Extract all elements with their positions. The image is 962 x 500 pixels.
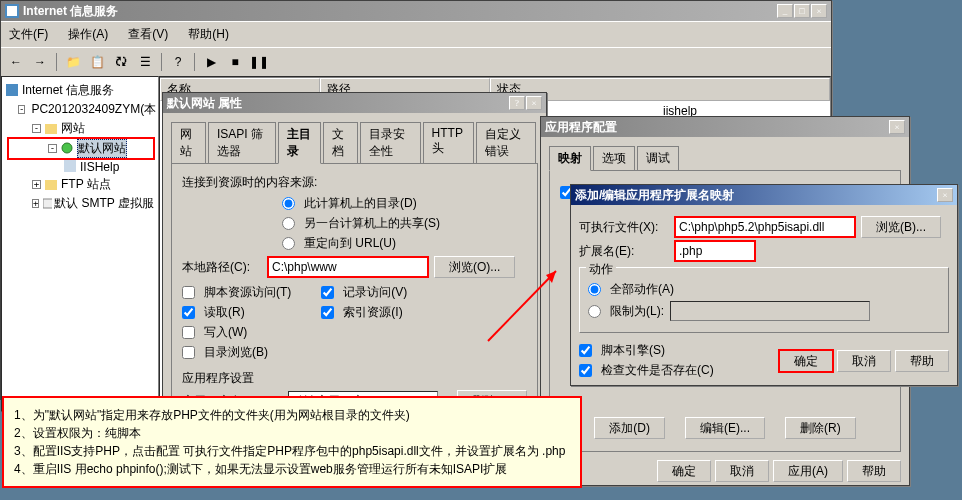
close-button[interactable]: × [889, 120, 905, 134]
vdir-icon [64, 160, 78, 174]
tab-debug[interactable]: 调试 [637, 146, 679, 171]
menu-help[interactable]: 帮助(H) [184, 24, 233, 45]
browse-button[interactable]: 浏览(B)... [861, 216, 941, 238]
minimize-button[interactable]: _ [777, 4, 793, 18]
cb-check-file[interactable] [579, 364, 592, 377]
export-button[interactable]: 📋 [86, 51, 108, 73]
note-line4: 4、重启IIS 用echo phpinfo();测试下，如果无法显示设置web服… [14, 460, 570, 478]
svg-rect-1 [7, 6, 17, 16]
cb-write[interactable] [182, 326, 195, 339]
tab-website[interactable]: 网站 [171, 122, 206, 164]
globe-icon [61, 142, 75, 156]
ext-label: 扩展名(E): [579, 243, 669, 260]
apply-button[interactable]: 应用(A) [773, 460, 843, 482]
pause-button[interactable]: ❚❚ [248, 51, 270, 73]
prop-titlebar: 默认网站 属性 ? × [163, 93, 546, 113]
mapping-titlebar: 添加/编辑应用程序扩展名映射 × [571, 185, 957, 205]
tab-home[interactable]: 主目录 [278, 122, 322, 164]
play-button[interactable]: ▶ [200, 51, 222, 73]
cb-script-engine[interactable] [579, 344, 592, 357]
help-button[interactable]: 帮助 [847, 460, 901, 482]
ok-button[interactable]: 确定 [779, 350, 833, 372]
expander-icon[interactable]: + [32, 199, 39, 208]
exec-file-input[interactable] [675, 217, 855, 237]
tab-http[interactable]: HTTP 头 [423, 122, 474, 164]
main-toolbar: ← → 📁 📋 🗘 ☰ ? ▶ ■ ❚❚ [1, 47, 831, 76]
menu-view[interactable]: 查看(V) [124, 24, 172, 45]
radio-redirect[interactable] [282, 237, 295, 250]
app-settings-label: 应用程序设置 [182, 370, 527, 387]
cb-index[interactable] [321, 306, 334, 319]
radio-this-computer[interactable] [282, 197, 295, 210]
tree-panel: Internet 信息服务 -PC2012032409ZYM(本 -网站 -默认… [1, 76, 159, 412]
tab-security[interactable]: 目录安全性 [360, 122, 421, 164]
ok-button[interactable]: 确定 [657, 460, 711, 482]
cb-script-access[interactable] [182, 286, 195, 299]
action-groupbox: 全部动作(A) 限制为(L): [579, 267, 949, 333]
svg-line-10 [488, 271, 556, 341]
tree-default-site[interactable]: -默认网站 [8, 138, 154, 159]
main-titlebar: Internet 信息服务 _ □ × [1, 1, 831, 21]
svg-rect-9 [43, 199, 52, 208]
tab-options[interactable]: 选项 [593, 146, 635, 171]
local-path-input[interactable] [268, 257, 428, 277]
add-button[interactable]: 添加(D) [594, 417, 665, 439]
note-line1: 1、为"默认网站"指定用来存放PHP文件的文件夹(用为网站根目录的文件夹) [14, 406, 570, 424]
menu-file[interactable]: 文件(F) [5, 24, 52, 45]
expander-icon[interactable]: - [32, 124, 41, 133]
tree-computer[interactable]: -PC2012032409ZYM(本 [6, 100, 154, 119]
radio-another-computer[interactable] [282, 217, 295, 230]
stop-button[interactable]: ■ [224, 51, 246, 73]
tab-docs[interactable]: 文档 [323, 122, 358, 164]
expander-icon[interactable]: + [32, 180, 41, 189]
note-line2: 2、设置权限为：纯脚本 [14, 424, 570, 442]
mapping-title: 添加/编辑应用程序扩展名映射 [575, 187, 937, 204]
cancel-button[interactable]: 取消 [837, 350, 891, 372]
help-button[interactable]: ? [509, 96, 525, 110]
mapping-dialog: 添加/编辑应用程序扩展名映射 × 可执行文件(X): 浏览(B)... 扩展名(… [570, 184, 958, 386]
refresh-button[interactable]: 🗘 [110, 51, 132, 73]
svg-rect-8 [45, 180, 57, 190]
exec-file-label: 可执行文件(X): [579, 219, 669, 236]
ext-input[interactable] [675, 241, 755, 261]
edit-button[interactable]: 编辑(E)... [685, 417, 765, 439]
expander-icon[interactable]: - [48, 144, 57, 153]
help-button[interactable]: 帮助 [895, 350, 949, 372]
close-button[interactable]: × [526, 96, 542, 110]
radio-limit[interactable] [588, 305, 601, 318]
props-button[interactable]: ☰ [134, 51, 156, 73]
tree-smtp[interactable]: +默认 SMTP 虚拟服 [6, 194, 154, 213]
forward-button[interactable]: → [29, 51, 51, 73]
appconfig-titlebar: 应用程序配置 × [541, 117, 909, 137]
tab-mapping[interactable]: 映射 [549, 146, 591, 171]
delete-button[interactable]: 删除(R) [785, 417, 856, 439]
tree-websites[interactable]: -网站 [6, 119, 154, 138]
folder-button[interactable]: 📁 [62, 51, 84, 73]
close-button[interactable]: × [937, 188, 953, 202]
arrow-icon [484, 265, 564, 345]
tab-errors[interactable]: 自定义错误 [476, 122, 537, 164]
back-button[interactable]: ← [5, 51, 27, 73]
close-button[interactable]: × [811, 4, 827, 18]
tree-iishelp[interactable]: IISHelp [6, 159, 154, 175]
folder-icon [45, 122, 59, 136]
maximize-button[interactable]: □ [794, 4, 810, 18]
cb-log-visit[interactable] [321, 286, 334, 299]
menu-action[interactable]: 操作(A) [64, 24, 112, 45]
cancel-button[interactable]: 取消 [715, 460, 769, 482]
tab-isapi[interactable]: ISAPI 筛选器 [208, 122, 276, 164]
local-path-label: 本地路径(C): [182, 259, 262, 276]
tree-ftp[interactable]: +FTP 站点 [6, 175, 154, 194]
svg-rect-5 [45, 124, 57, 134]
source-label: 连接到资源时的内容来源: [182, 174, 527, 191]
help-button[interactable]: ? [167, 51, 189, 73]
cb-browse[interactable] [182, 346, 195, 359]
iis-icon [5, 4, 19, 18]
main-menubar: 文件(F) 操作(A) 查看(V) 帮助(H) [1, 21, 831, 47]
mail-icon [43, 197, 52, 211]
radio-all-actions[interactable] [588, 283, 601, 296]
svg-rect-7 [64, 160, 76, 172]
tree-root[interactable]: Internet 信息服务 [6, 81, 154, 100]
expander-icon[interactable]: - [18, 105, 25, 114]
cb-read[interactable] [182, 306, 195, 319]
